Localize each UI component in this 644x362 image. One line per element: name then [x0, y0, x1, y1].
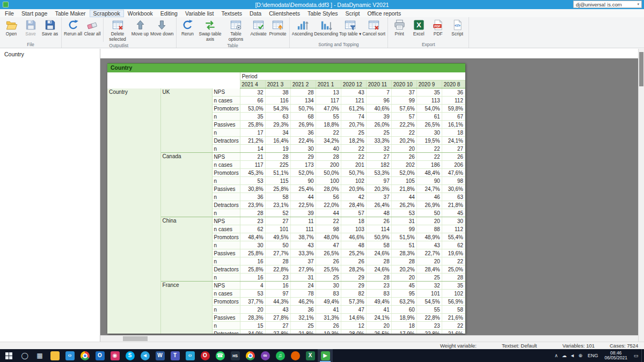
column-header-2020-10: 2020 10 — [391, 80, 416, 88]
top-table-button[interactable]: Top table ▾ — [339, 18, 362, 38]
data-cell: 37 — [366, 193, 391, 201]
menu-item-table-styles[interactable]: Table Styles — [304, 10, 342, 17]
ascending-button[interactable]: Ascending — [291, 18, 314, 38]
menu-item-clientsheets[interactable]: Clientsheets — [265, 10, 304, 17]
photos-infinity-icon: ∞ — [261, 351, 270, 360]
data-cell: 30 — [316, 282, 341, 290]
taskbar-app-datadynamic[interactable]: ▶ — [318, 349, 333, 362]
table-document[interactable]: Country Period2021 42021 32021 22021 120… — [107, 63, 465, 334]
action-center-icon[interactable]: ▭ — [631, 353, 641, 358]
menu-item-file[interactable]: File — [1, 10, 18, 17]
data-cell: 26 — [316, 257, 341, 265]
menu-item-scrapbook[interactable]: Scrapbook — [90, 10, 124, 17]
data-cell: 35 — [442, 282, 465, 290]
menu-item-table-maker[interactable]: Table Maker — [51, 10, 89, 17]
menu-item-script[interactable]: Script — [342, 10, 364, 17]
data-cell: 24,6% — [366, 265, 391, 274]
data-cell: 33,3% — [366, 137, 391, 145]
taskbar-app-skype[interactable]: S — [122, 349, 137, 362]
taskbar-app-photos-infinity[interactable]: ∞ — [258, 349, 273, 362]
taskbar-app-telegram[interactable]: ◄ — [137, 349, 152, 362]
promote-button[interactable]: Promote — [268, 18, 288, 38]
close-button[interactable]: × — [629, 0, 644, 9]
vertical-scroll-thumb[interactable] — [639, 52, 643, 86]
taskbar-app-whatsapp[interactable]: ☎ — [213, 349, 228, 362]
data-cell: 20,2% — [391, 137, 416, 145]
data-cell: 23 — [366, 282, 391, 290]
taskbar-app-opera[interactable]: O — [197, 349, 213, 362]
show-desktop-button[interactable] — [641, 349, 644, 362]
menu-item-data[interactable]: Data — [246, 10, 265, 17]
measure-label: Passives — [212, 249, 240, 257]
horizontal-scroll-thumb[interactable] — [123, 336, 148, 341]
data-cell: 21,6% — [442, 330, 465, 334]
pdf-button[interactable]: PDFPDF — [428, 18, 448, 38]
hidden-icons-chevron-icon[interactable]: ∧ — [552, 353, 560, 358]
outputlist-item-country[interactable]: Country — [0, 49, 100, 60]
taskbar-app-firefox[interactable] — [288, 349, 303, 362]
data-cell: 25,8% — [240, 249, 265, 257]
measure-label: n cases — [212, 161, 240, 169]
excel-button[interactable]: XExcel — [409, 18, 428, 38]
taskbar-app-teams[interactable]: T — [167, 349, 182, 362]
script-icon: </> — [451, 18, 464, 31]
language-indicator[interactable]: ENG — [584, 353, 602, 358]
data-cell: 11 — [290, 217, 316, 225]
taskbar-clock[interactable]: 08:46 06/05/2021 — [601, 351, 631, 361]
data-cell: 30 — [290, 145, 316, 153]
data-cell: 26,5% — [366, 330, 391, 334]
rerun-all-button[interactable]: Rerun all — [63, 18, 83, 38]
menu-item-variable-list[interactable]: Variable list — [181, 10, 218, 17]
rerun-button[interactable]: Rerun — [178, 18, 197, 38]
taskbar-app-outlook[interactable]: O — [92, 349, 107, 362]
taskbar-app-vscode[interactable]: ‹› — [62, 349, 77, 362]
data-cell: 25 — [316, 274, 341, 282]
cloud-icon[interactable]: ☁ — [560, 353, 568, 358]
delete-selected-button[interactable]: Delete selected — [105, 18, 130, 42]
taskbar-app-vscode-insiders[interactable]: ‹› — [182, 349, 197, 362]
save-icon — [25, 18, 37, 31]
open-button[interactable]: Open — [2, 18, 21, 38]
taskbar-app-file-explorer[interactable] — [47, 349, 62, 362]
minimize-button[interactable]: — — [599, 0, 614, 9]
taskbar-app-spotify[interactable]: ♫ — [273, 349, 288, 362]
vertical-scrollbar[interactable] — [638, 49, 644, 342]
column-header-2020-11: 2020 11 — [366, 80, 391, 88]
ribbon-group-table: RerunSwap table axisTable optionsActivat… — [177, 17, 290, 48]
descending-button[interactable]: Descending — [313, 18, 339, 38]
data-cell: 50 — [416, 209, 442, 217]
save-as-button[interactable]: Save as — [40, 18, 60, 38]
menu-item-editing[interactable]: Editing — [157, 10, 181, 17]
swap-table-axis-button[interactable]: Swap table axis — [197, 18, 223, 42]
taskbar-app-search[interactable]: ◯ — [17, 349, 32, 362]
horizontal-scrollbar[interactable] — [100, 335, 639, 342]
menu-item-office-reports[interactable]: Office reports — [363, 10, 405, 17]
measure-label: n — [212, 129, 240, 137]
maximize-button[interactable]: □ — [614, 0, 629, 9]
svg-text:X: X — [416, 21, 421, 29]
menu-item-start-page[interactable]: Start page — [18, 10, 51, 17]
taskbar-app-word[interactable]: W — [152, 349, 167, 362]
move-down-button[interactable]: Move down — [150, 18, 174, 38]
start-button[interactable] — [0, 349, 17, 362]
taskbar-app-photos[interactable]: ◉ — [107, 349, 122, 362]
menu-item-workbook[interactable]: Workbook — [124, 10, 157, 17]
activate-button[interactable]: Activate — [249, 18, 268, 38]
table-options-button[interactable]: Table options — [223, 18, 249, 42]
taskbar-app-task-view[interactable]: ▦ — [32, 349, 47, 362]
print-button[interactable]: Print — [390, 18, 409, 38]
move-up-button[interactable]: Move up — [130, 18, 150, 38]
network-icon[interactable]: ⊕ — [576, 353, 584, 358]
script-button[interactable]: </>Script — [448, 18, 467, 38]
data-cell: 83 — [366, 290, 391, 298]
taskbar-app-hs-app[interactable]: HS — [228, 349, 243, 362]
data-cell: 20,9% — [341, 185, 366, 193]
menu-item-textsets[interactable]: Textsets — [217, 10, 246, 17]
taskbar-app-excel[interactable]: X — [303, 349, 318, 362]
taskbar-app-chrome-profile-2[interactable] — [243, 349, 258, 362]
speaker-icon[interactable]: ◄ — [568, 353, 576, 358]
cancel-sort-button[interactable]: Cancel sort — [362, 18, 386, 38]
data-cell: 101 — [265, 225, 290, 233]
clear-all-button[interactable]: Clear all — [83, 18, 102, 38]
taskbar-app-chrome[interactable] — [77, 349, 92, 362]
